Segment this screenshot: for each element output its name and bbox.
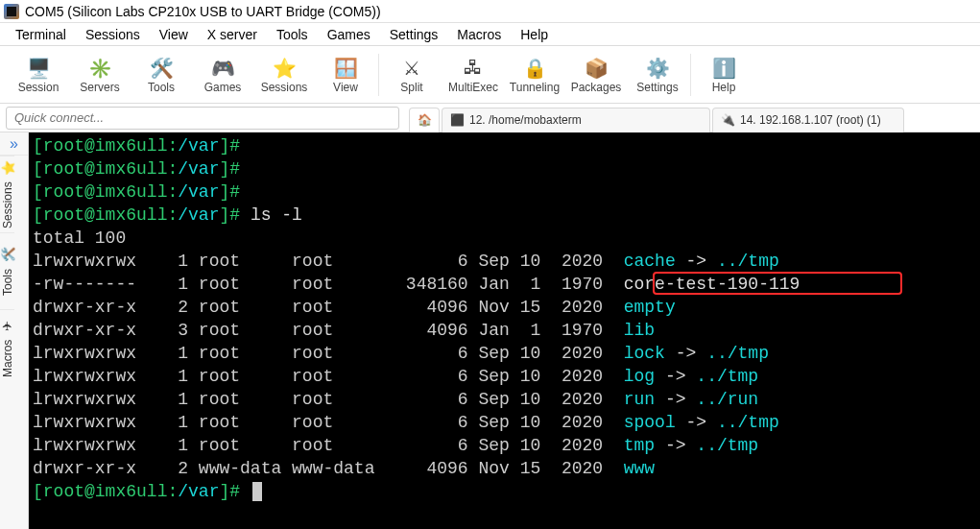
tool-label: Help [712, 81, 736, 94]
sidebar-tab-macros[interactable]: Macros✈ [0, 309, 14, 386]
menu-games[interactable]: Games [318, 25, 380, 44]
session-icon: 🖥️ [26, 56, 51, 81]
tab-session-14[interactable]: 🔌 14. 192.168.1.107 (root) (1) [712, 108, 904, 132]
tool-label: Sessions [261, 81, 308, 94]
ls-row: lrwxrwxrwx 1 root root 6 Sep 10 2020 tmp… [33, 434, 976, 457]
tool-view[interactable]: 🪟View [315, 50, 376, 100]
ls-row: drwxr-xr-x 2 www-data www-data 4096 Nov … [33, 457, 976, 480]
settings-icon: ⚙️ [645, 56, 670, 81]
macros-icon: ✈ [0, 319, 14, 333]
tabbar: 🏠 ⬛ 12. /home/mobaxterm 🔌 14. 192.168.1.… [399, 104, 974, 132]
sidebar-expand[interactable]: » [0, 132, 28, 156]
sessions-icon: ⭐ [272, 56, 297, 81]
tools-icon: 🛠️ [0, 248, 15, 262]
prompt-line: [root@imx6ull:/var]# [33, 180, 976, 204]
sidebar-tab-sessions[interactable]: Sessions⭐ [0, 156, 14, 232]
tool-split[interactable]: ⚔Split [381, 50, 442, 100]
menubar: TerminalSessionsViewX serverToolsGamesSe… [0, 23, 980, 46]
tool-label: Settings [636, 81, 678, 94]
workspace: » Sessions⭐Tools🛠️Macros✈ [root@imx6ull:… [0, 132, 980, 529]
tool-games[interactable]: 🎮Games [192, 50, 253, 100]
home-icon: 🏠 [418, 113, 431, 127]
tool-settings[interactable]: ⚙️Settings [627, 50, 688, 100]
window-title: COM5 (Silicon Labs CP210x USB to UART Br… [25, 4, 381, 19]
tab-home[interactable]: 🏠 [409, 108, 440, 132]
ls-row: drwxr-xr-x 2 root root 4096 Nov 15 2020 … [33, 296, 976, 319]
tool-label: Games [204, 81, 242, 94]
tool-multiexec[interactable]: 🖧MultiExec [442, 50, 504, 100]
app-icon [4, 4, 19, 19]
games-icon: 🎮 [210, 56, 235, 81]
tool-label: Tunneling [510, 81, 560, 94]
cursor [252, 482, 262, 501]
tool-help[interactable]: ℹ️Help [693, 50, 754, 100]
multiexec-icon: 🖧 [461, 56, 486, 81]
command-line: [root@imx6ull:/var]# ls -l [33, 204, 976, 227]
quick-connect-input[interactable] [6, 107, 399, 130]
ls-row: lrwxrwxrwx 1 root root 6 Sep 10 2020 run… [33, 388, 976, 411]
quickbar: 🏠 ⬛ 12. /home/mobaxterm 🔌 14. 192.168.1.… [0, 104, 980, 132]
prompt-line: [root@imx6ull:/var]# [33, 157, 976, 180]
sidebar: » Sessions⭐Tools🛠️Macros✈ [0, 132, 29, 529]
ls-row: -rw------- 1 root root 348160 Jan 1 1970… [33, 273, 976, 296]
terminal-icon: ⬛ [450, 113, 464, 127]
tools-icon: 🛠️ [149, 56, 174, 81]
menu-help[interactable]: Help [511, 25, 558, 44]
tab-label: 14. 192.168.1.107 (root) (1) [740, 113, 881, 127]
tool-sessions[interactable]: ⭐Sessions [253, 50, 315, 100]
tool-tools[interactable]: 🛠️Tools [131, 50, 192, 100]
menu-sessions[interactable]: Sessions [76, 25, 150, 44]
sessions-icon: ⭐ [0, 161, 15, 176]
tool-label: Session [18, 81, 60, 94]
sidebar-tab-label: Tools [1, 269, 14, 296]
sidebar-tab-label: Sessions [1, 181, 14, 228]
menu-macros[interactable]: Macros [447, 25, 511, 44]
tunneling-icon: 🔒 [522, 56, 547, 81]
menu-settings[interactable]: Settings [380, 25, 448, 44]
view-icon: 🪟 [333, 56, 358, 81]
sidebar-tab-tools[interactable]: Tools🛠️ [0, 232, 14, 309]
tool-label: View [333, 81, 358, 94]
menu-tools[interactable]: Tools [267, 25, 318, 44]
tool-label: Servers [80, 81, 119, 94]
servers-icon: ✳️ [87, 56, 112, 81]
toolbar-separator [690, 54, 691, 96]
menu-terminal[interactable]: Terminal [6, 25, 76, 44]
ls-row: lrwxrwxrwx 1 root root 6 Sep 10 2020 cac… [33, 250, 976, 273]
titlebar: COM5 (Silicon Labs CP210x USB to UART Br… [0, 0, 980, 23]
tool-session[interactable]: 🖥️Session [8, 50, 69, 100]
tool-label: Split [400, 81, 422, 94]
tab-label: 12. /home/mobaxterm [469, 113, 582, 127]
ls-row: lrwxrwxrwx 1 root root 6 Sep 10 2020 log… [33, 365, 976, 388]
ls-row: lrwxrwxrwx 1 root root 6 Sep 10 2020 loc… [33, 342, 976, 365]
ls-row: lrwxrwxrwx 1 root root 6 Sep 10 2020 spo… [33, 411, 976, 434]
prompt-line: [root@imx6ull:/var]# [33, 480, 976, 503]
toolbar: 🖥️Session✳️Servers🛠️Tools🎮Games⭐Sessions… [0, 46, 980, 104]
tab-session-12[interactable]: ⬛ 12. /home/mobaxterm [442, 108, 710, 132]
toolbar-separator [378, 54, 379, 96]
tool-packages[interactable]: 📦Packages [565, 50, 627, 100]
help-icon: ℹ️ [711, 56, 736, 81]
packages-icon: 📦 [584, 56, 609, 81]
tool-tunneling[interactable]: 🔒Tunneling [504, 50, 565, 100]
tool-label: Tools [148, 81, 175, 94]
sidebar-tab-label: Macros [1, 339, 14, 376]
prompt-line: [root@imx6ull:/var]# [33, 134, 976, 157]
terminal[interactable]: [root@imx6ull:/var]# [root@imx6ull:/var]… [29, 132, 980, 529]
tool-servers[interactable]: ✳️Servers [69, 50, 131, 100]
menu-view[interactable]: View [150, 25, 198, 44]
tool-label: Packages [571, 81, 622, 94]
split-icon: ⚔ [399, 56, 424, 81]
ls-row: drwxr-xr-x 3 root root 4096 Jan 1 1970 l… [33, 319, 976, 342]
tool-label: MultiExec [448, 81, 498, 94]
total-line: total 100 [33, 227, 976, 250]
plug-icon: 🔌 [721, 113, 734, 127]
menu-x-server[interactable]: X server [198, 25, 267, 44]
